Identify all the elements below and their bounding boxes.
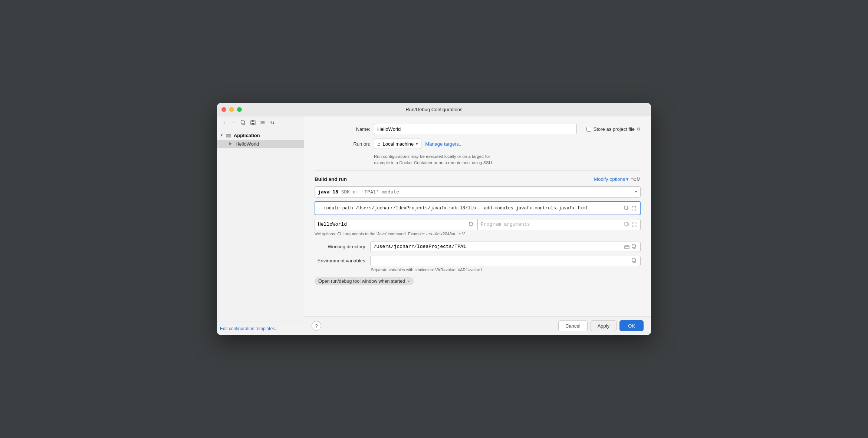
minimize-button[interactable] [229, 107, 234, 112]
main-class-input[interactable]: HelloWorld [315, 219, 477, 230]
application-folder-icon [226, 132, 231, 138]
vm-options-input-row: --module-path /Users/jccharr/IdeaProject… [315, 201, 641, 215]
store-as-project-checkbox[interactable] [586, 127, 591, 132]
sidebar-footer: Edit configuration templates... [217, 322, 304, 335]
modify-options-area: Modify options ▾ ⌥M [594, 176, 641, 182]
tree-group-label: Application [234, 133, 260, 138]
close-button[interactable] [221, 107, 226, 112]
sidebar-tree: ▼ Application HelloWorld [217, 129, 304, 322]
section-header-row: Build and run Modify options ▾ ⌥M [315, 176, 641, 182]
sidebar-toolbar: + − [217, 116, 304, 129]
svg-rect-1 [241, 120, 244, 124]
working-dir-copy-icon[interactable] [631, 244, 637, 250]
main-class-copy-icon[interactable] [468, 222, 474, 228]
tag-chip-label: Open run/debug tool window when started [318, 279, 405, 284]
tag-chip-close-button[interactable]: × [407, 279, 410, 283]
program-args-placeholder: Program arguments [481, 222, 530, 227]
manage-targets-link[interactable]: Manage targets... [425, 141, 463, 147]
edit-templates-link[interactable]: Edit configuration templates... [220, 326, 279, 331]
env-vars-input[interactable] [370, 256, 641, 266]
main-content: + − ▼ [217, 116, 651, 335]
name-row: Name: Store as project file ⚙ [315, 124, 641, 134]
working-dir-label: Working directory: [315, 244, 366, 249]
vm-options-action-icons [624, 205, 637, 211]
move-config-button[interactable] [259, 119, 267, 127]
env-hint-text: Separate variables with semicolon: VAR=v… [371, 268, 641, 272]
env-vars-copy-icon[interactable] [631, 258, 637, 264]
copy-config-button[interactable] [239, 119, 247, 127]
bottom-bar: ? Cancel Apply OK [304, 316, 651, 335]
bottom-right-buttons: Cancel Apply OK [558, 320, 644, 331]
svg-rect-14 [625, 246, 626, 246]
add-config-button[interactable]: + [220, 119, 228, 127]
sdk-normal-text: SDK of 'TPA1' module [341, 189, 400, 195]
open-window-tag-chip: Open run/debug tool window when started … [315, 277, 414, 285]
tag-chips-area: Open run/debug tool window when started … [315, 277, 641, 285]
run-on-dropdown-arrow-icon: ▾ [416, 142, 418, 146]
program-args-copy-icon[interactable] [624, 222, 630, 228]
env-vars-row: Environment variables: [315, 256, 641, 266]
section-divider [315, 170, 641, 170]
window-title: Run/Debug Configurations [405, 107, 462, 112]
remove-config-button[interactable]: − [230, 119, 238, 127]
svg-rect-16 [632, 245, 635, 248]
svg-rect-10 [469, 222, 472, 225]
modify-options-label: Modify options [594, 176, 625, 182]
sdk-bold-text: java 18 [318, 189, 338, 195]
content-panel: Name: Store as project file ⚙ Run on: ⌂ … [304, 116, 651, 335]
run-on-hint: Run configurations may be executed local… [374, 153, 641, 166]
titlebar: Run/Debug Configurations [217, 103, 651, 116]
store-as-project-label: Store as project file [594, 126, 635, 132]
store-settings-gear-icon[interactable]: ⚙ [637, 127, 641, 132]
tree-chevron-icon: ▼ [220, 133, 223, 137]
name-input[interactable] [374, 124, 577, 134]
svg-rect-3 [252, 120, 254, 122]
cancel-button[interactable]: Cancel [558, 320, 587, 331]
vm-options-text: --module-path /Users/jccharr/IdeaProject… [318, 206, 624, 211]
traffic-lights [221, 107, 242, 112]
ok-button[interactable]: OK [619, 320, 644, 331]
apply-button[interactable]: Apply [591, 320, 617, 331]
store-as-project-area: Store as project file ⚙ [586, 126, 641, 132]
run-on-row: Run on: ⌂ Local machine ▾ Manage targets… [315, 139, 641, 149]
sidebar: + − ▼ [217, 116, 304, 335]
save-config-button[interactable] [249, 119, 257, 127]
svg-rect-12 [625, 222, 628, 225]
run-on-dropdown[interactable]: ⌂ Local machine ▾ [374, 139, 421, 149]
run-on-hint-line2: example in a Docker Container or on a re… [374, 160, 641, 166]
section-title: Build and run [315, 176, 347, 182]
sdk-dropdown[interactable]: java 18 SDK of 'TPA1' module ▾ [315, 186, 641, 198]
main-class-program-args-row: HelloWorld Program arguments [315, 219, 641, 230]
tree-group-application[interactable]: ▼ Application [217, 131, 304, 140]
run-config-icon [227, 141, 233, 147]
svg-rect-18 [632, 259, 635, 262]
maximize-button[interactable] [237, 107, 242, 112]
modify-options-chevron-icon: ▾ [626, 176, 629, 182]
run-on-value: Local machine [382, 141, 414, 147]
help-button[interactable]: ? [312, 321, 321, 331]
sort-config-button[interactable] [268, 119, 276, 127]
working-dir-row: Working directory: /Users/jccharr/IdeaPr… [315, 242, 641, 252]
working-dir-folder-icon[interactable] [624, 244, 630, 250]
program-args-expand-icon[interactable] [631, 222, 637, 228]
help-icon: ? [315, 323, 318, 329]
modify-options-link[interactable]: Modify options ▾ [594, 176, 629, 182]
tree-item-helloworld[interactable]: HelloWorld [217, 140, 304, 148]
vm-options-expand-icon[interactable] [631, 205, 637, 211]
main-class-value: HelloWorld [318, 222, 347, 227]
program-args-input[interactable]: Program arguments [478, 219, 641, 230]
sdk-dropdown-row: java 18 SDK of 'TPA1' module ▾ [315, 186, 641, 198]
working-dir-action-icons [624, 244, 637, 250]
working-dir-input[interactable]: /Users/jccharr/IdeaProjects/TPA1 [370, 242, 641, 252]
program-args-action-icons [624, 222, 637, 228]
svg-marker-6 [229, 142, 232, 146]
vm-options-copy-icon[interactable] [624, 205, 629, 211]
tree-item-label: HelloWorld [236, 141, 259, 147]
vm-options-input-box[interactable]: --module-path /Users/jccharr/IdeaProject… [315, 201, 641, 215]
env-vars-label: Environment variables: [315, 258, 366, 263]
sdk-dropdown-arrow-icon: ▾ [635, 189, 637, 194]
vm-hint-text: VM options. CLI arguments to the 'Java' … [315, 232, 641, 236]
main-window: Run/Debug Configurations + − [217, 103, 651, 335]
form-area: Name: Store as project file ⚙ Run on: ⌂ … [304, 116, 651, 316]
main-class-action-icons [468, 222, 474, 228]
